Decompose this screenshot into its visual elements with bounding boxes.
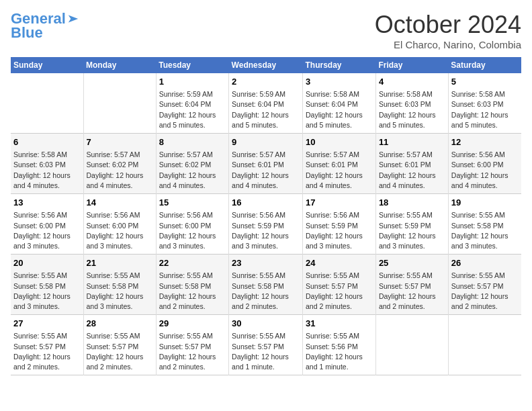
calendar-cell [11, 73, 83, 134]
calendar-cell: 9Sunrise: 5:57 AM Sunset: 6:01 PM Daylig… [229, 134, 303, 194]
calendar-cell: 19Sunrise: 5:55 AM Sunset: 5:58 PM Dayli… [448, 194, 521, 255]
day-header-wednesday: Wednesday [229, 57, 303, 73]
calendar-cell: 20Sunrise: 5:55 AM Sunset: 5:58 PM Dayli… [11, 255, 83, 315]
day-number: 4 [379, 76, 445, 88]
day-number: 24 [306, 257, 373, 269]
day-info: Sunrise: 5:55 AM Sunset: 5:58 PM Dayligh… [451, 210, 519, 251]
calendar-body: 1Sunrise: 5:59 AM Sunset: 6:04 PM Daylig… [11, 73, 521, 375]
day-info: Sunrise: 5:56 AM Sunset: 6:00 PM Dayligh… [87, 210, 153, 251]
day-number: 27 [13, 318, 81, 330]
day-info: Sunrise: 5:55 AM Sunset: 5:59 PM Dayligh… [379, 210, 445, 251]
calendar-cell: 29Sunrise: 5:55 AM Sunset: 5:57 PM Dayli… [156, 315, 228, 375]
calendar-cell: 18Sunrise: 5:55 AM Sunset: 5:59 PM Dayli… [375, 194, 448, 255]
day-number: 30 [232, 318, 300, 330]
day-number: 31 [306, 318, 373, 330]
day-info: Sunrise: 5:55 AM Sunset: 5:58 PM Dayligh… [232, 271, 300, 312]
day-number: 20 [13, 257, 81, 269]
day-header-sunday: Sunday [11, 57, 83, 73]
location: El Charco, Narino, Colombia [375, 39, 521, 50]
calendar-header-row: SundayMondayTuesdayWednesdayThursdayFrid… [11, 57, 521, 73]
calendar-cell: 11Sunrise: 5:57 AM Sunset: 6:01 PM Dayli… [375, 134, 448, 194]
day-header-saturday: Saturday [448, 57, 521, 73]
day-number: 19 [451, 197, 519, 209]
day-number: 5 [451, 76, 519, 88]
day-number: 28 [87, 318, 153, 330]
calendar-cell: 23Sunrise: 5:55 AM Sunset: 5:58 PM Dayli… [229, 255, 303, 315]
calendar-cell: 5Sunrise: 5:58 AM Sunset: 6:03 PM Daylig… [448, 73, 521, 134]
day-number: 17 [306, 197, 373, 209]
day-header-monday: Monday [83, 57, 156, 73]
day-info: Sunrise: 5:59 AM Sunset: 6:04 PM Dayligh… [159, 89, 226, 130]
title-section: October 2024 El Charco, Narino, Colombia [375, 11, 521, 50]
calendar-cell: 4Sunrise: 5:58 AM Sunset: 6:03 PM Daylig… [375, 73, 448, 134]
calendar-week-5: 27Sunrise: 5:55 AM Sunset: 5:57 PM Dayli… [11, 315, 521, 375]
day-info: Sunrise: 5:57 AM Sunset: 6:01 PM Dayligh… [232, 150, 300, 191]
calendar-cell: 28Sunrise: 5:55 AM Sunset: 5:57 PM Dayli… [83, 315, 156, 375]
day-number: 14 [87, 197, 153, 209]
day-info: Sunrise: 5:57 AM Sunset: 6:02 PM Dayligh… [159, 150, 226, 191]
svg-marker-0 [69, 15, 78, 23]
day-header-thursday: Thursday [303, 57, 376, 73]
day-info: Sunrise: 5:58 AM Sunset: 6:03 PM Dayligh… [451, 89, 519, 130]
day-info: Sunrise: 5:56 AM Sunset: 5:59 PM Dayligh… [306, 210, 373, 251]
day-info: Sunrise: 5:56 AM Sunset: 6:00 PM Dayligh… [159, 210, 226, 251]
calendar-cell: 25Sunrise: 5:55 AM Sunset: 5:57 PM Dayli… [375, 255, 448, 315]
day-number: 18 [379, 197, 445, 209]
day-info: Sunrise: 5:55 AM Sunset: 5:57 PM Dayligh… [451, 271, 519, 312]
calendar-cell: 14Sunrise: 5:56 AM Sunset: 6:00 PM Dayli… [83, 194, 156, 255]
logo-blue: Blue [11, 26, 79, 40]
calendar-cell: 6Sunrise: 5:58 AM Sunset: 6:03 PM Daylig… [11, 134, 83, 194]
day-info: Sunrise: 5:55 AM Sunset: 5:57 PM Dayligh… [13, 331, 81, 372]
day-number: 22 [159, 257, 226, 269]
logo-arrow-icon [67, 13, 79, 25]
calendar-cell: 8Sunrise: 5:57 AM Sunset: 6:02 PM Daylig… [156, 134, 228, 194]
logo: General Blue [11, 11, 79, 40]
day-header-tuesday: Tuesday [156, 57, 228, 73]
page-header: General Blue October 2024 El Charco, Nar… [11, 11, 521, 50]
day-number: 26 [451, 257, 519, 269]
day-info: Sunrise: 5:55 AM Sunset: 5:58 PM Dayligh… [13, 271, 81, 312]
day-number: 3 [306, 76, 373, 88]
calendar-cell: 10Sunrise: 5:57 AM Sunset: 6:01 PM Dayli… [303, 134, 376, 194]
calendar-cell: 16Sunrise: 5:56 AM Sunset: 5:59 PM Dayli… [229, 194, 303, 255]
calendar-cell: 13Sunrise: 5:56 AM Sunset: 6:00 PM Dayli… [11, 194, 83, 255]
day-info: Sunrise: 5:57 AM Sunset: 6:02 PM Dayligh… [87, 150, 153, 191]
calendar-week-3: 13Sunrise: 5:56 AM Sunset: 6:00 PM Dayli… [11, 194, 521, 255]
day-info: Sunrise: 5:55 AM Sunset: 5:57 PM Dayligh… [232, 331, 300, 372]
calendar-cell [448, 315, 521, 375]
day-info: Sunrise: 5:55 AM Sunset: 5:56 PM Dayligh… [306, 331, 373, 372]
calendar-cell [375, 315, 448, 375]
day-info: Sunrise: 5:55 AM Sunset: 5:57 PM Dayligh… [159, 331, 226, 372]
calendar-cell: 17Sunrise: 5:56 AM Sunset: 5:59 PM Dayli… [303, 194, 376, 255]
calendar-week-2: 6Sunrise: 5:58 AM Sunset: 6:03 PM Daylig… [11, 134, 521, 194]
month-title: October 2024 [375, 11, 521, 39]
calendar-week-1: 1Sunrise: 5:59 AM Sunset: 6:04 PM Daylig… [11, 73, 521, 134]
day-info: Sunrise: 5:55 AM Sunset: 5:58 PM Dayligh… [87, 271, 153, 312]
day-info: Sunrise: 5:58 AM Sunset: 6:04 PM Dayligh… [306, 89, 373, 130]
day-number: 7 [87, 136, 153, 148]
day-number: 29 [159, 318, 226, 330]
day-info: Sunrise: 5:59 AM Sunset: 6:04 PM Dayligh… [232, 89, 300, 130]
calendar-cell: 22Sunrise: 5:55 AM Sunset: 5:58 PM Dayli… [156, 255, 228, 315]
day-info: Sunrise: 5:56 AM Sunset: 6:00 PM Dayligh… [451, 150, 519, 191]
day-info: Sunrise: 5:58 AM Sunset: 6:03 PM Dayligh… [13, 150, 81, 191]
calendar-table: SundayMondayTuesdayWednesdayThursdayFrid… [11, 57, 521, 375]
calendar-cell: 2Sunrise: 5:59 AM Sunset: 6:04 PM Daylig… [229, 73, 303, 134]
day-info: Sunrise: 5:56 AM Sunset: 5:59 PM Dayligh… [232, 210, 300, 251]
day-number: 16 [232, 197, 300, 209]
day-number: 11 [379, 136, 445, 148]
day-number: 10 [306, 136, 373, 148]
day-number: 2 [232, 76, 300, 88]
day-info: Sunrise: 5:56 AM Sunset: 6:00 PM Dayligh… [13, 210, 81, 251]
day-number: 25 [379, 257, 445, 269]
calendar-cell: 7Sunrise: 5:57 AM Sunset: 6:02 PM Daylig… [83, 134, 156, 194]
day-info: Sunrise: 5:57 AM Sunset: 6:01 PM Dayligh… [379, 150, 445, 191]
day-number: 1 [159, 76, 226, 88]
calendar-cell [83, 73, 156, 134]
day-number: 8 [159, 136, 226, 148]
day-info: Sunrise: 5:57 AM Sunset: 6:01 PM Dayligh… [306, 150, 373, 191]
day-info: Sunrise: 5:55 AM Sunset: 5:58 PM Dayligh… [159, 271, 226, 312]
day-number: 23 [232, 257, 300, 269]
day-number: 15 [159, 197, 226, 209]
calendar-cell: 1Sunrise: 5:59 AM Sunset: 6:04 PM Daylig… [156, 73, 228, 134]
